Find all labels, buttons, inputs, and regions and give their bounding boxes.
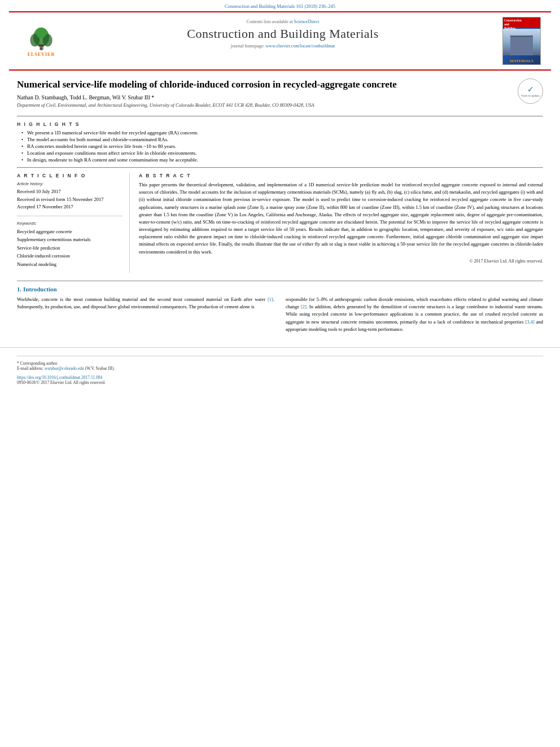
footer-copyright: 0950-0618/© 2017 Elsevier Ltd. All right… <box>17 380 543 385</box>
keywords-label: Keywords: <box>17 221 123 226</box>
highlight-item-2: The model accounts for both normal and c… <box>21 137 543 142</box>
author-email[interactable]: wsrubar@colorado.edu <box>45 366 84 371</box>
section-title: 1. Introduction <box>17 286 543 292</box>
checkmark-icon: ✓ <box>527 85 534 94</box>
doi-line: https://doi.org/10.1016/j.conbuildmat.20… <box>17 374 543 380</box>
footer-divider <box>17 356 543 356</box>
abstract-label: A B S T R A C T <box>139 173 543 178</box>
article-title: Numerical service-life modeling of chlor… <box>17 78 512 91</box>
building-icon <box>510 36 533 55</box>
cover-image-area <box>503 29 540 55</box>
svg-point-4 <box>36 27 46 38</box>
check-updates-badge: ✓ Check for updates <box>518 78 543 104</box>
highlight-item-5: In design, moderate to high RA content a… <box>21 157 543 163</box>
journal-cover-area: Construction and Building MATERIALS <box>499 17 544 65</box>
article-history: Article history: Received 10 July 2017 R… <box>17 181 123 211</box>
highlights-section: H I G H L I G H T S We present a 1D nume… <box>17 121 543 163</box>
highlight-item-3: RA concretes modeled herein ranged in se… <box>21 143 543 149</box>
email-line: E-mail address: wsrubar@colorado.edu (W.… <box>17 366 543 371</box>
intro-text-right: responsible for 5–8% of anthropogenic ca… <box>286 296 543 333</box>
article-affiliation: Department of Civil, Environmental, and … <box>17 102 512 108</box>
introduction-section: 1. Introduction Worldwide, concrete is t… <box>17 281 543 336</box>
divider-1 <box>17 116 543 117</box>
page-footer: * Corresponding author. E-mail address: … <box>0 347 560 388</box>
received-date: Received 10 July 2017 Received in revise… <box>17 188 123 211</box>
cover-materials-text: MATERIALS <box>503 59 540 63</box>
intro-col-right: responsible for 5–8% of anthropogenic ca… <box>286 296 543 336</box>
divider-2 <box>17 167 543 168</box>
svg-rect-5 <box>38 44 43 46</box>
corresponding-author-note: * Corresponding author. <box>17 361 543 366</box>
journal-cover-image: Construction and Building MATERIALS <box>502 17 541 65</box>
article-info-label: A R T I C L E I N F O <box>17 173 123 178</box>
elsevier-brand-text: ELSEVIER <box>28 52 55 57</box>
introduction-columns: Worldwide, concrete is the most common b… <box>17 296 543 336</box>
sciencedirect-text: ScienceDirect <box>294 19 320 24</box>
article-info-column: A R T I C L E I N F O Article history: R… <box>17 173 130 273</box>
journal-title: Construction and Building Materials <box>72 27 493 41</box>
copyright-line: © 2017 Elsevier Ltd. All rights reserved… <box>139 259 543 264</box>
elsevier-logo: ELSEVIER <box>26 25 57 57</box>
abstract-column: A B S T R A C T This paper presents the … <box>139 173 543 273</box>
svg-rect-7 <box>40 49 42 50</box>
cover-building-graphic <box>503 29 540 55</box>
ref-1: [1] <box>268 296 273 302</box>
elsevier-logo-area: ELSEVIER <box>16 17 67 65</box>
check-updates-label: Check for updates <box>521 94 540 98</box>
info-abstract-columns: A R T I C L E I N F O Article history: R… <box>17 173 543 273</box>
journal-ref-line: Construction and Building Materials 161 … <box>0 0 560 11</box>
cover-title-text: Construction and Building <box>504 19 539 30</box>
highlights-label: H I G H L I G H T S <box>17 121 543 127</box>
elsevier-tree-icon <box>26 25 57 51</box>
highlights-list: We present a 1D numerical service-life m… <box>21 130 543 163</box>
sciencedirect-link: Contents lists available at ScienceDirec… <box>72 19 493 24</box>
article-title-area: Numerical service-life modeling of chlor… <box>17 78 512 111</box>
keywords-section: Keywords: Recycled aggregate concrete Su… <box>17 221 123 268</box>
journal-header: ELSEVIER Contents lists available at Sci… <box>9 11 551 71</box>
history-label: Article history: <box>17 181 123 186</box>
journal-header-center: Contents lists available at ScienceDirec… <box>67 17 499 65</box>
journal-homepage: journal homepage: www.elsevier.com/locat… <box>72 43 493 49</box>
doi-link[interactable]: https://doi.org/10.1016/j.conbuildmat.20… <box>17 375 102 380</box>
abstract-text: This paper presents the theoretical deve… <box>139 181 543 256</box>
divider-info <box>17 216 123 216</box>
article-header: Numerical service-life modeling of chlor… <box>17 78 543 111</box>
keywords-list: Recycled aggregate concrete Supplementar… <box>17 228 123 268</box>
ref-3-4: [3,4] <box>525 319 534 325</box>
highlight-item-4: Location and exposure conditions most af… <box>21 150 543 156</box>
intro-text-left: Worldwide, concrete is the most common b… <box>17 296 274 311</box>
ref-2: [2] <box>301 304 307 309</box>
main-content-area: Numerical service-life modeling of chlor… <box>0 71 560 342</box>
article-authors: Nathan D. Stambaugh, Todd L. Bergman, Wi… <box>17 94 512 101</box>
journal-citation: Construction and Building Materials 161 … <box>225 3 335 9</box>
intro-col-left: Worldwide, concrete is the most common b… <box>17 296 274 336</box>
highlight-item-1: We present a 1D numerical service-life m… <box>21 130 543 136</box>
homepage-link[interactable]: www.elsevier.com/locate/conbuildmat <box>266 43 335 49</box>
